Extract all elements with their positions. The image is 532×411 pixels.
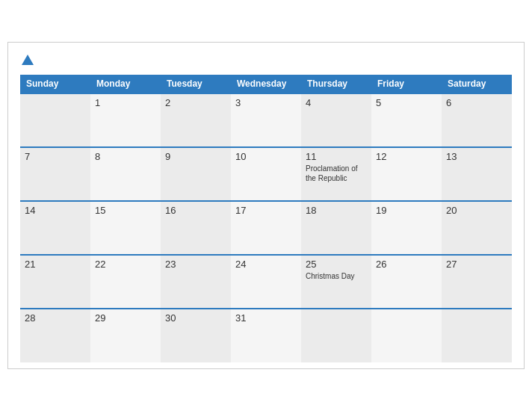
day-number: 8 [95, 151, 156, 162]
day-number: 3 [235, 97, 297, 108]
calendar-week-row: 2122232425Christmas Day2627 [20, 255, 512, 309]
day-number: 26 [376, 259, 437, 270]
day-number: 15 [95, 205, 156, 216]
calendar-cell: 20 [442, 201, 512, 255]
calendar-cell: 25Christmas Day [301, 255, 371, 309]
calendar-cell: 7 [20, 147, 90, 201]
day-of-week-header: Wednesday [231, 75, 301, 93]
day-number: 4 [306, 97, 367, 108]
calendar-cell: 11Proclamation of the Republic [301, 147, 371, 201]
day-number: 28 [25, 312, 86, 324]
calendar-cell [442, 309, 512, 362]
day-number: 11 [306, 151, 367, 162]
day-number: 19 [376, 205, 437, 216]
day-number: 14 [25, 205, 86, 216]
day-number: 23 [165, 259, 226, 270]
event-label: Christmas Day [306, 271, 367, 281]
calendar-cell [301, 309, 371, 362]
day-of-week-header: Tuesday [161, 75, 231, 93]
day-number: 24 [235, 259, 297, 270]
day-number: 1 [95, 97, 156, 108]
calendar-cell: 13 [442, 147, 512, 201]
day-of-week-header: Friday [371, 75, 442, 93]
calendar-week-row: 28293031 [20, 309, 512, 362]
logo [20, 55, 34, 66]
calendar-cell: 31 [231, 309, 301, 362]
day-number: 27 [446, 259, 507, 270]
day-number: 2 [165, 97, 226, 108]
calendar-cell: 23 [161, 255, 231, 309]
calendar-week-row: 123456 [20, 93, 512, 147]
calendar-week-row: 7891011Proclamation of the Republic1213 [20, 147, 512, 201]
calendar-header [20, 55, 512, 66]
calendar-cell: 16 [161, 201, 231, 255]
calendar-container: SundayMondayTuesdayWednesdayThursdayFrid… [7, 42, 525, 369]
calendar-cell: 22 [90, 255, 161, 309]
calendar-week-row: 14151617181920 [20, 201, 512, 255]
calendar-cell: 1 [90, 93, 161, 147]
day-number: 6 [446, 97, 507, 108]
day-number: 21 [25, 259, 86, 270]
calendar-cell: 3 [231, 93, 301, 147]
day-number: 29 [95, 312, 156, 324]
day-of-week-header: Monday [90, 75, 161, 93]
calendar-cell: 29 [90, 309, 161, 362]
calendar-cell: 24 [231, 255, 301, 309]
calendar-cell: 5 [371, 93, 442, 147]
day-number: 31 [235, 312, 297, 324]
calendar-cell: 15 [90, 201, 161, 255]
day-number: 12 [376, 151, 437, 162]
day-of-week-header: Thursday [301, 75, 371, 93]
calendar-table: SundayMondayTuesdayWednesdayThursdayFrid… [20, 75, 512, 362]
calendar-cell: 6 [442, 93, 512, 147]
day-number: 16 [165, 205, 226, 216]
calendar-cell: 17 [231, 201, 301, 255]
calendar-cell: 26 [371, 255, 442, 309]
day-number: 17 [235, 205, 297, 216]
calendar-cell: 12 [371, 147, 442, 201]
days-header-row: SundayMondayTuesdayWednesdayThursdayFrid… [20, 75, 512, 93]
day-number: 25 [306, 259, 367, 270]
calendar-cell: 9 [161, 147, 231, 201]
day-number: 5 [376, 97, 437, 108]
day-number: 10 [235, 151, 297, 162]
day-number: 9 [165, 151, 226, 162]
day-number: 18 [306, 205, 367, 216]
day-of-week-header: Saturday [442, 75, 512, 93]
calendar-cell: 21 [20, 255, 90, 309]
calendar-cell: 30 [161, 309, 231, 362]
day-number: 22 [95, 259, 156, 270]
calendar-cell: 10 [231, 147, 301, 201]
event-label: Proclamation of the Republic [306, 164, 367, 183]
calendar-cell [371, 309, 442, 362]
calendar-cell: 28 [20, 309, 90, 362]
day-number: 7 [25, 151, 86, 162]
day-of-week-header: Sunday [20, 75, 90, 93]
calendar-cell: 4 [301, 93, 371, 147]
calendar-cell: 19 [371, 201, 442, 255]
logo-triangle-icon [22, 55, 34, 65]
calendar-cell: 2 [161, 93, 231, 147]
calendar-cell: 14 [20, 201, 90, 255]
calendar-cell: 18 [301, 201, 371, 255]
calendar-cell [20, 93, 90, 147]
day-number: 13 [446, 151, 507, 162]
calendar-cell: 27 [442, 255, 512, 309]
calendar-cell: 8 [90, 147, 161, 201]
day-number: 20 [446, 205, 507, 216]
day-number: 30 [165, 312, 226, 324]
